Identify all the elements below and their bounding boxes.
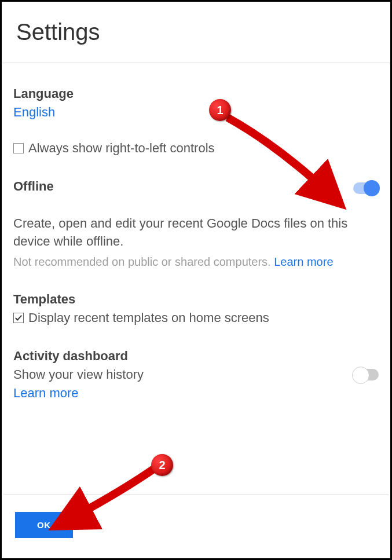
annotation-arrow-1 <box>222 112 355 216</box>
templates-section: Templates Display recent templates on ho… <box>13 292 379 325</box>
offline-hint: Not recommended on public or shared comp… <box>13 255 379 269</box>
check-icon <box>14 314 23 322</box>
language-title: Language <box>13 86 379 101</box>
offline-toggle[interactable] <box>353 182 379 194</box>
offline-learn-more-link[interactable]: Learn more <box>274 255 333 268</box>
activity-row: Show your view history <box>13 367 379 382</box>
templates-checkbox[interactable] <box>13 313 24 323</box>
templates-title: Templates <box>13 292 379 307</box>
settings-header: Settings <box>2 2 390 63</box>
templates-checkbox-label: Display recent templates on home screens <box>28 310 269 325</box>
page-title: Settings <box>16 19 376 45</box>
templates-checkbox-row[interactable]: Display recent templates on home screens <box>13 310 379 325</box>
activity-learn-more-link[interactable]: Learn more <box>13 386 79 401</box>
offline-description: Create, open and edit your recent Google… <box>13 215 379 251</box>
rtl-checkbox-label: Always show right-to-left controls <box>28 141 215 156</box>
activity-section: Activity dashboard Show your view histor… <box>13 349 379 401</box>
activity-subtitle: Show your view history <box>13 367 144 382</box>
annotation-arrow-2 <box>48 465 170 535</box>
activity-toggle[interactable] <box>353 369 379 380</box>
activity-title: Activity dashboard <box>13 349 379 364</box>
annotation-callout-2: 2 <box>151 454 173 476</box>
rtl-checkbox[interactable] <box>13 143 24 153</box>
offline-hint-text: Not recommended on public or shared comp… <box>13 255 274 268</box>
offline-title: Offline <box>13 179 54 194</box>
annotation-callout-1: 1 <box>209 99 231 121</box>
